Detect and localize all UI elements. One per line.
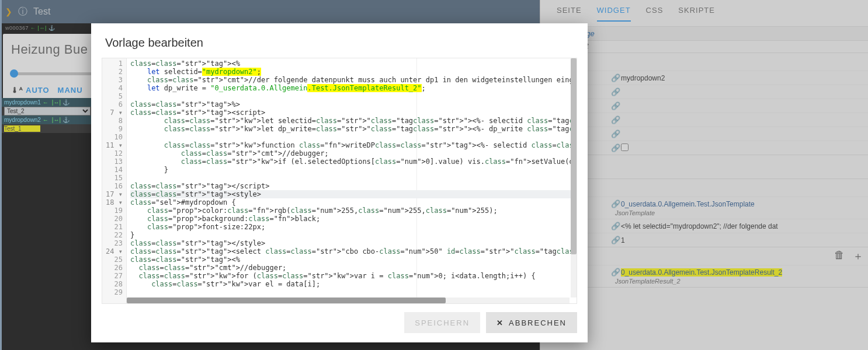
modal-title: Vorlage bearbeiten	[91, 23, 588, 58]
h-scroll-thumb[interactable]	[127, 298, 446, 303]
editor-gutter: 1234567 ▾891011 ▾121314151617 ▾18 ▾19202…	[102, 58, 127, 303]
cancel-button[interactable]: ✕ABBRECHEN	[486, 312, 577, 333]
v-scroll-thumb[interactable]	[571, 58, 577, 254]
h-scrollbar[interactable]	[127, 298, 570, 303]
v-scrollbar[interactable]	[571, 58, 577, 298]
editor-content[interactable]: class=class="str">"tag"><% let selectid=…	[127, 58, 577, 298]
save-button[interactable]: SPEICHERN	[404, 312, 480, 333]
close-icon: ✕	[497, 318, 504, 327]
code-editor[interactable]: 1234567 ▾891011 ▾121314151617 ▾18 ▾19202…	[102, 58, 577, 304]
template-edit-modal: Vorlage bearbeiten 1234567 ▾891011 ▾1213…	[91, 23, 588, 342]
